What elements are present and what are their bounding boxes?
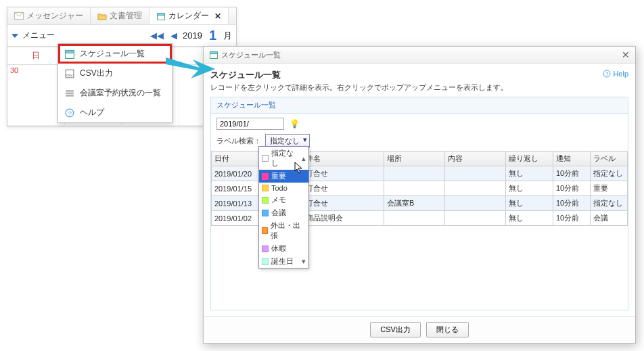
csv-export-button[interactable]: CSV出力: [370, 322, 421, 337]
menu-item-label: 会議室予約状況の一覧: [80, 87, 161, 99]
cell-notify: 10分前: [553, 181, 591, 196]
year-label: 2019: [183, 30, 202, 41]
col-content[interactable]: 内容: [445, 151, 506, 166]
svg-rect-4: [66, 50, 74, 53]
help-link[interactable]: ? Help: [602, 69, 628, 78]
close-icon[interactable]: ✕: [214, 11, 221, 21]
folder-icon: [97, 11, 107, 21]
svg-rect-9: [66, 95, 74, 96]
cell-content: [445, 166, 506, 181]
cell-label: 指定なし: [591, 166, 628, 181]
col-label[interactable]: ラベル: [591, 151, 628, 166]
dd-item-vacation[interactable]: 休暇: [259, 242, 308, 255]
cell-content: [445, 181, 506, 196]
weekday-sun: 日: [7, 47, 65, 64]
dialog-footer: CSV出力 閉じる: [204, 316, 635, 343]
cell-repeat: 無し: [506, 196, 553, 211]
cell-notify: 10分前: [553, 196, 591, 211]
csv-icon: csv: [65, 69, 74, 78]
col-repeat[interactable]: 繰り返し: [506, 151, 553, 166]
schedule-list-dialog: スケジュール一覧 ✕ スケジュール一覧 レコードを左クリックで詳細を表示。右クリ…: [203, 46, 636, 344]
label-dropdown: 指定なし▴ 重要 Todo メモ 会議 外出・出張 休暇 誕生日▾: [258, 146, 309, 268]
cell-repeat: 無し: [506, 166, 553, 181]
tab-messenger[interactable]: メッセンジャー: [7, 7, 91, 24]
cell-repeat: 無し: [506, 181, 553, 196]
calendar-icon: [65, 49, 74, 59]
cell-subject: 打合せ: [303, 196, 384, 211]
svg-rect-8: [66, 92, 74, 93]
cell-place: [384, 166, 445, 181]
tab-calendar[interactable]: カレンダー ✕: [150, 7, 229, 24]
col-subject[interactable]: 件名: [303, 151, 384, 166]
menu-item-csv-export[interactable]: csv CSV出力: [58, 64, 172, 83]
tab-label: カレンダー: [168, 10, 209, 22]
cell-place: [384, 211, 445, 226]
dialog-subtext: レコードを左クリックで詳細を表示。右クリックでポップアップメニューを表示します。: [210, 83, 508, 93]
mail-icon: [14, 11, 24, 21]
menu-item-schedule-list[interactable]: スケジュール一覧: [58, 44, 172, 64]
svg-text:?: ?: [605, 71, 609, 77]
menu-item-help[interactable]: ? ヘルプ: [58, 103, 172, 122]
svg-text:?: ?: [68, 110, 72, 116]
cell-content: [445, 211, 506, 226]
help-icon: ?: [65, 108, 74, 118]
annotation-arrow: [162, 54, 216, 83]
close-button[interactable]: 閉じる: [426, 322, 469, 337]
nav-prev-icon[interactable]: ◀: [169, 30, 179, 41]
dd-item-todo[interactable]: Todo: [259, 183, 308, 193]
calendar-icon: [156, 11, 166, 21]
cell-repeat: 無し: [506, 211, 553, 226]
dialog-titlebar[interactable]: スケジュール一覧 ✕: [204, 47, 635, 64]
help-text: Help: [613, 70, 628, 78]
calendar-cell[interactable]: 30: [7, 65, 65, 126]
menu-item-label: ヘルプ: [80, 107, 104, 118]
menu-item-room-status[interactable]: 会議室予約状況の一覧: [58, 83, 172, 103]
tab-label: メッセンジャー: [26, 10, 83, 22]
help-icon: ?: [602, 69, 612, 78]
cell-place: 会議室B: [384, 196, 445, 211]
dialog-title-text: スケジュール一覧: [221, 50, 281, 60]
svg-rect-7: [66, 90, 74, 91]
col-place[interactable]: 場所: [384, 151, 445, 166]
dd-item-birthday[interactable]: 誕生日▾: [259, 255, 308, 268]
date-filter-input[interactable]: [216, 118, 284, 130]
tab-docs[interactable]: 文書管理: [91, 7, 150, 24]
list-icon: [65, 89, 74, 98]
month-suffix: 月: [223, 30, 232, 42]
cell-subject: 商品説明会: [303, 211, 384, 226]
cell-label: 重要: [591, 181, 628, 196]
cell-label: 会議: [591, 211, 628, 226]
nav-first-icon[interactable]: ◀◀: [149, 30, 165, 41]
dialog-heading: スケジュール一覧: [210, 69, 508, 81]
cell-notify: 10分前: [553, 166, 591, 181]
cell-subject: 打合せ: [303, 181, 384, 196]
month-number: 1: [209, 28, 216, 43]
svg-text:csv: csv: [66, 72, 72, 76]
context-menu: スケジュール一覧 csv CSV出力 会議室予約状況の一覧 ? ヘルプ: [58, 43, 172, 123]
date-num: 30: [10, 66, 18, 74]
dd-item-meeting[interactable]: 会議: [259, 206, 308, 219]
menu-label[interactable]: メニュー: [22, 30, 55, 41]
cell-place: [384, 181, 445, 196]
dd-item-none[interactable]: 指定なし▴: [259, 147, 308, 170]
menu-item-label: スケジュール一覧: [80, 48, 145, 60]
panel-heading: スケジュール一覧: [211, 97, 628, 114]
cell-content: [445, 196, 506, 211]
tab-bar: メッセンジャー 文書管理 カレンダー ✕: [7, 7, 236, 25]
label-search-label: ラベル検索：: [216, 136, 261, 146]
cell-notify: 10分前: [553, 211, 591, 226]
tab-label: 文書管理: [110, 10, 142, 22]
col-notify[interactable]: 通知: [553, 151, 591, 166]
dd-item-out[interactable]: 外出・出張: [259, 219, 308, 242]
menu-dropdown-icon[interactable]: [12, 34, 18, 38]
menu-item-label: CSV出力: [80, 68, 113, 79]
cell-label: 指定なし: [591, 196, 628, 211]
hint-icon[interactable]: 💡: [290, 119, 300, 128]
cell-subject: 打合せ: [303, 166, 384, 181]
close-icon[interactable]: ✕: [622, 49, 630, 60]
svg-rect-2: [158, 13, 165, 15]
dd-item-important[interactable]: 重要: [259, 170, 308, 183]
dd-item-memo[interactable]: メモ: [259, 193, 308, 206]
